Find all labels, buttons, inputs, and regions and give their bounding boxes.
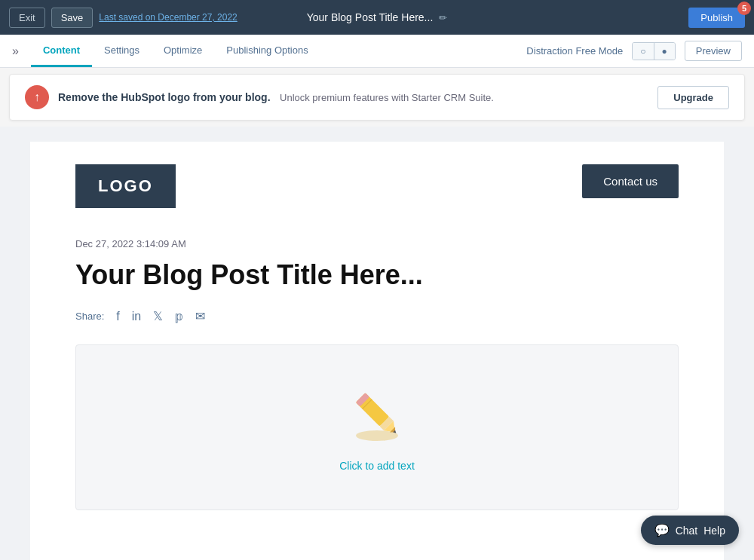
- toggle-on-button[interactable]: ●: [654, 43, 675, 60]
- publish-label: Publish: [700, 12, 733, 23]
- chat-bubble-icon: 💬: [654, 523, 670, 537]
- preview-button[interactable]: Preview: [685, 41, 742, 61]
- publish-badge: 5: [737, 2, 751, 15]
- chat-help-button[interactable]: 💬 Chat Help: [641, 516, 739, 545]
- edit-title-icon[interactable]: ✏: [439, 12, 447, 23]
- tab-optimize[interactable]: Optimize: [152, 35, 214, 67]
- facebook-share-icon[interactable]: f: [116, 310, 119, 323]
- top-bar-left: Exit Save Last saved on December 27, 202…: [9, 8, 238, 28]
- linkedin-share-icon[interactable]: in: [132, 310, 141, 323]
- blog-post-title[interactable]: Your Blog Post Title Here...: [75, 259, 679, 291]
- tab-settings[interactable]: Settings: [92, 35, 152, 67]
- tab-content[interactable]: Content: [31, 35, 92, 67]
- sidebar-toggle-button[interactable]: »: [12, 44, 25, 58]
- sub-nav-right: Distraction Free Mode ○ ● Preview: [526, 41, 742, 61]
- content-wrapper: LOGO Contact us Dec 27, 2022 3:14:09 AM …: [0, 127, 754, 560]
- sub-nav: » Content Settings Optimize Publishing O…: [0, 35, 754, 68]
- share-row: Share: f in 𝕏 𝕡 ✉: [75, 309, 679, 323]
- publish-button[interactable]: Publish 5: [688, 8, 745, 28]
- blog-header: LOGO Contact us: [75, 164, 679, 208]
- banner-strong-text: Remove the HubSpot logo from your blog.: [58, 91, 271, 103]
- share-label: Share:: [75, 311, 104, 322]
- tab-publishing-options[interactable]: Publishing Options: [214, 35, 320, 67]
- top-bar: Exit Save Last saved on December 27, 202…: [0, 0, 754, 35]
- top-bar-center: Your Blog Post Title Here... ✏: [307, 11, 448, 23]
- blog-post-date: Dec 27, 2022 3:14:09 AM: [75, 238, 679, 249]
- sub-nav-left: » Content Settings Optimize Publishing O…: [12, 35, 320, 67]
- blog-canvas: LOGO Contact us Dec 27, 2022 3:14:09 AM …: [30, 142, 724, 560]
- logo-box[interactable]: LOGO: [75, 164, 176, 208]
- contact-us-button[interactable]: Contact us: [582, 164, 679, 198]
- banner-icon: ↑: [25, 85, 49, 109]
- twitter-share-icon[interactable]: 𝕏: [153, 309, 163, 323]
- pencil-icon: [347, 383, 407, 451]
- email-share-icon[interactable]: ✉: [195, 309, 205, 323]
- distraction-free-label: Distraction Free Mode: [526, 45, 623, 57]
- chat-label: Chat: [676, 525, 698, 537]
- add-text-area[interactable]: Click to add text: [75, 344, 679, 510]
- last-saved-link[interactable]: Last saved on December 27, 2022: [99, 12, 237, 23]
- help-label: Help: [703, 525, 725, 537]
- banner-sub-text: Unlock premium features with Starter CRM…: [280, 92, 494, 103]
- save-button[interactable]: Save: [51, 8, 93, 28]
- banner-text: Remove the HubSpot logo from your blog. …: [58, 90, 494, 104]
- exit-button[interactable]: Exit: [9, 8, 45, 28]
- hubspot-logo-banner: ↑ Remove the HubSpot logo from your blog…: [9, 74, 745, 121]
- upgrade-button[interactable]: Upgrade: [657, 86, 729, 109]
- click-to-add-text[interactable]: Click to add text: [339, 460, 415, 472]
- page-title: Your Blog Post Title Here...: [307, 11, 434, 23]
- top-bar-right: Publish 5: [688, 8, 745, 28]
- pinterest-share-icon[interactable]: 𝕡: [175, 309, 183, 323]
- toggle-off-button[interactable]: ○: [633, 43, 654, 60]
- toggle-group: ○ ●: [632, 42, 676, 60]
